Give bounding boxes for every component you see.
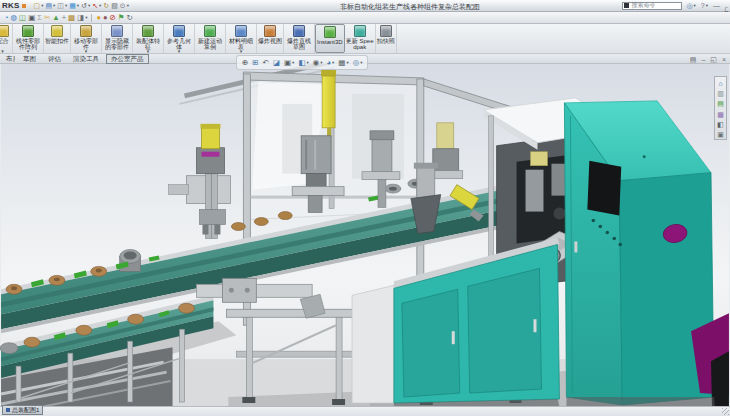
minimize-button[interactable]: — bbox=[712, 1, 721, 11]
view-palette-icon[interactable]: ▩ bbox=[716, 110, 725, 119]
snapshot-icon bbox=[380, 25, 392, 37]
cm-take-snapshot-button[interactable]: 拍快照 bbox=[376, 24, 397, 53]
save-icon[interactable]: ◫ bbox=[56, 1, 68, 11]
command-label: 装配体特征 bbox=[134, 38, 162, 50]
globe-icon[interactable]: ◍ bbox=[10, 13, 19, 23]
display-style-icon[interactable]: ◧ bbox=[297, 58, 309, 68]
save-all-icon[interactable]: ◫ bbox=[18, 13, 27, 23]
view-settings-icon[interactable]: ◎ bbox=[352, 58, 364, 68]
headsup-view-toolbar: ⊕⊞↶◪▣◧◉◕▦◎ bbox=[236, 55, 368, 70]
tab-sketch[interactable]: 草图 bbox=[18, 54, 41, 64]
hide-show-items-icon[interactable]: ◉ bbox=[312, 58, 324, 68]
apply-scene-icon[interactable]: ▦ bbox=[337, 58, 349, 68]
command-label: Instant3D bbox=[317, 39, 343, 45]
block-icon[interactable]: ⊘ bbox=[109, 13, 117, 23]
cm-instant3d-button[interactable]: Instant3D bbox=[315, 24, 345, 53]
explode-line-icon bbox=[293, 25, 305, 37]
zoom-area-icon[interactable]: ⊞ bbox=[251, 58, 259, 68]
minimize-window-icon[interactable]: – bbox=[700, 55, 706, 65]
options-icon[interactable]: ⊙ bbox=[119, 1, 130, 11]
cut-icon[interactable]: ✂ bbox=[43, 13, 51, 23]
cm-new-motion-study-button[interactable]: 新建运动算例 bbox=[195, 24, 226, 53]
model-window-tab[interactable]: 总装配图1 bbox=[2, 405, 43, 415]
title-bar: RKS ▢▤◫▦↺↖↻▧⊙ 非标自动化组装生产线各种组件复杂总装配图 搜索命令 … bbox=[0, 0, 730, 12]
instant3d-icon bbox=[324, 26, 336, 38]
cm-show-hidden-button[interactable]: 显示隐藏的零部件 bbox=[102, 24, 133, 53]
tab-evaluate[interactable]: 评估 bbox=[43, 54, 66, 64]
solidworks-search-icon bbox=[624, 3, 629, 8]
task-pane-strip: ⌂▥▤▩◧▣ bbox=[714, 76, 727, 140]
command-label: 更新 Speedpak bbox=[346, 38, 374, 50]
resize-grip-icon[interactable] bbox=[722, 408, 729, 415]
mate-icon bbox=[0, 25, 9, 37]
logo-accent-icon bbox=[22, 4, 26, 8]
cm-mate-button[interactable]: 配合 bbox=[0, 24, 13, 53]
app-logo: RKS bbox=[2, 2, 20, 10]
view-orientation-icon[interactable]: ▣ bbox=[283, 58, 295, 68]
select-icon[interactable]: ↖ bbox=[91, 1, 102, 11]
command-label: 爆炸直线草图 bbox=[285, 38, 313, 50]
file-properties-icon[interactable]: ▧ bbox=[110, 1, 119, 11]
undo-icon[interactable]: ↺ bbox=[80, 1, 91, 11]
search-area: 搜索命令 ◎ ? — ◻ bbox=[622, 0, 728, 15]
smart-fasteners-icon bbox=[51, 25, 63, 37]
section-view-icon[interactable]: ◪ bbox=[272, 58, 281, 68]
status-bar bbox=[0, 406, 730, 416]
move-component-icon bbox=[80, 25, 92, 37]
picture-icon[interactable]: ▩ bbox=[67, 13, 76, 23]
flag-icon[interactable]: ⚑ bbox=[117, 13, 126, 23]
exploded-view-icon bbox=[264, 25, 276, 37]
command-label: 拍快照 bbox=[377, 38, 395, 44]
custom-properties-icon[interactable]: ▣ bbox=[716, 130, 725, 139]
tab-office-products[interactable]: 办公室产品 bbox=[106, 54, 149, 64]
speedpak-icon bbox=[354, 25, 366, 37]
assembly-features-icon bbox=[142, 25, 154, 37]
edit-appearance-icon[interactable]: ◕ bbox=[326, 58, 336, 68]
appearances-icon[interactable]: ◧ bbox=[716, 120, 725, 129]
cm-move-component-button[interactable]: 移动零部件 bbox=[71, 24, 102, 53]
open-icon[interactable]: ▤ bbox=[44, 1, 56, 11]
viewport-layout-icon[interactable]: ▤ bbox=[689, 55, 698, 65]
restore-button[interactable]: ◻ bbox=[724, 0, 728, 15]
cm-exploded-view-button[interactable]: 爆炸视图 bbox=[257, 24, 284, 53]
zoom-fit-icon[interactable]: ⊕ bbox=[241, 58, 249, 68]
motion-study-icon bbox=[204, 25, 216, 37]
cm-bom-button[interactable]: 材料明细表 bbox=[226, 24, 257, 53]
sigma-icon[interactable]: Σ bbox=[36, 13, 43, 23]
copy-icon[interactable]: ◨ bbox=[76, 13, 88, 23]
command-manager: 配合 线性零部件阵列 智能扣件 移动零部件 显示隐藏的零部件 装配体特征 参考几… bbox=[0, 24, 730, 54]
print-icon[interactable]: ▦ bbox=[68, 1, 80, 11]
tab-layout[interactable]: 布局 bbox=[4, 54, 16, 64]
solidworks-window: RKS ▢▤◫▦↺↖↻▧⊙ 非标自动化组装生产线各种组件复杂总装配图 搜索命令 … bbox=[0, 0, 730, 416]
rebuild-icon[interactable]: ↻ bbox=[102, 1, 110, 11]
warning-icon[interactable]: ▲ bbox=[51, 13, 60, 23]
checkbox-icon[interactable]: ▣ bbox=[27, 13, 36, 23]
command-label: 爆炸视图 bbox=[258, 38, 282, 44]
new-document-icon[interactable]: ▢ bbox=[33, 1, 45, 11]
design-library-icon[interactable]: ▥ bbox=[716, 89, 725, 98]
search-dropdown-button[interactable]: ◎ bbox=[685, 1, 696, 11]
previous-view-icon[interactable]: ↶ bbox=[262, 58, 270, 68]
cm-reference-geometry-button[interactable]: 参考几何体 bbox=[164, 24, 195, 53]
assembly-document-icon bbox=[6, 408, 10, 412]
resources-icon[interactable]: ⌂ bbox=[717, 79, 723, 88]
cm-linear-pattern-button[interactable]: 线性零部件阵列 bbox=[13, 24, 44, 53]
quick-toolbar: ◔◍◫▣Σ✂▲+▩◨●●⊘⚑↻ bbox=[0, 12, 730, 24]
cm-assembly-features-button[interactable]: 装配体特征 bbox=[133, 24, 164, 53]
file-explorer-icon[interactable]: ▤ bbox=[716, 99, 725, 108]
graphics-viewport[interactable] bbox=[0, 64, 730, 407]
tab-render-tools[interactable]: 渲染工具 bbox=[68, 54, 104, 64]
bom-icon bbox=[235, 25, 247, 37]
toolbar-divider[interactable] bbox=[91, 14, 92, 22]
help-button[interactable]: ? bbox=[700, 1, 709, 11]
cm-explode-line-sketch-button[interactable]: 爆炸直线草图 bbox=[284, 24, 315, 53]
cm-update-speedpak-button[interactable]: 更新 Speedpak bbox=[345, 24, 376, 53]
reference-geometry-icon bbox=[173, 25, 185, 37]
close-window-icon[interactable]: × bbox=[721, 55, 727, 65]
command-label: 显示隐藏的零部件 bbox=[103, 38, 131, 50]
cm-smart-fasteners-button[interactable]: 智能扣件 bbox=[44, 24, 71, 53]
refresh-icon[interactable]: ↻ bbox=[126, 13, 134, 23]
search-input[interactable]: 搜索命令 bbox=[622, 2, 682, 10]
document-title: 非标自动化组装生产线各种组件复杂总装配图 bbox=[260, 2, 560, 12]
restore-window-icon[interactable]: ◱ bbox=[709, 55, 718, 65]
